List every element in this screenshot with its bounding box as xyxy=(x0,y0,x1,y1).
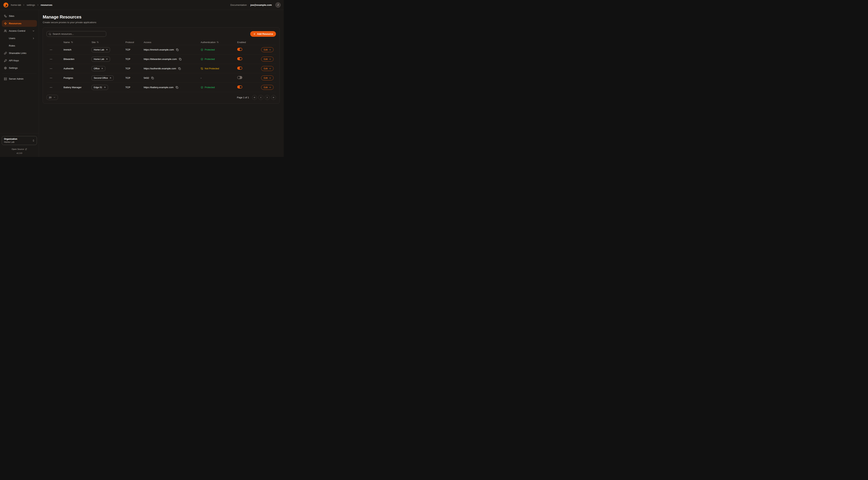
resources-card: Add Resource Name Site xyxy=(43,27,280,104)
column-authentication[interactable]: Authentication xyxy=(201,41,237,43)
row-menu-button[interactable] xyxy=(49,76,53,80)
sidebar-item-settings[interactable]: Settings xyxy=(2,65,37,71)
row-menu-button[interactable] xyxy=(49,57,53,61)
copy-button[interactable] xyxy=(178,67,181,70)
first-page-button[interactable] xyxy=(252,95,257,100)
version-label: v1.3.0 xyxy=(2,152,37,154)
copy-button[interactable] xyxy=(151,77,154,80)
users-icon xyxy=(4,30,7,32)
open-source-link[interactable]: Open Source xyxy=(2,148,37,150)
chevron-left-icon xyxy=(260,96,262,99)
sidebar-item-sites[interactable]: Sites xyxy=(2,13,37,19)
auth-status: - xyxy=(201,77,237,79)
resource-protocol: TCP xyxy=(125,48,144,51)
site-link[interactable]: Home Lab xyxy=(92,57,110,62)
shell: Sites Resources Access Control Users Rol… xyxy=(0,10,284,157)
shield-check-icon xyxy=(201,58,203,60)
enabled-toggle[interactable] xyxy=(237,57,242,60)
edit-button[interactable]: Edit xyxy=(261,47,274,52)
last-page-button[interactable] xyxy=(271,95,276,100)
org-picker-value: Home Lab xyxy=(4,141,17,143)
sort-icon xyxy=(71,41,73,43)
page-subtitle: Create secure proxies to your private ap… xyxy=(43,21,280,24)
documentation-link[interactable]: Documentation xyxy=(230,4,247,6)
site-link[interactable]: Edge 01 xyxy=(92,85,108,90)
add-resource-button[interactable]: Add Resource xyxy=(250,31,276,37)
sidebar-item-roles[interactable]: Roles xyxy=(2,42,37,49)
breadcrumb-org[interactable]: home-lab xyxy=(11,4,21,6)
breadcrumb: home-lab settings resources xyxy=(11,4,52,6)
enabled-toggle[interactable] xyxy=(237,85,242,89)
arrow-up-right-icon xyxy=(101,67,103,70)
table-footer: 20 Page 1 of 1 xyxy=(46,95,276,100)
table-row: Bitwarden Home Lab TCP https://bitwarden… xyxy=(46,55,276,64)
key-icon xyxy=(4,59,7,62)
resource-access: 5432 xyxy=(144,77,149,79)
chevrons-right-icon xyxy=(272,96,275,99)
sidebar-item-users[interactable]: Users xyxy=(2,35,37,41)
copy-button[interactable] xyxy=(176,48,179,51)
app-root: home-lab settings resources Documentatio… xyxy=(0,0,284,157)
open-source-label: Open Source xyxy=(12,148,24,150)
chevron-right-icon xyxy=(32,37,35,40)
copy-button[interactable] xyxy=(175,86,179,89)
sidebar-item-label: Settings xyxy=(9,67,18,69)
enabled-toggle[interactable] xyxy=(237,48,242,51)
edit-button[interactable]: Edit xyxy=(261,85,274,90)
pager: Page 1 of 1 xyxy=(237,95,276,100)
sidebar-item-label: Sites xyxy=(9,14,14,18)
auth-status: Not Protected xyxy=(201,67,237,70)
add-resource-label: Add Resource xyxy=(257,33,273,35)
next-page-button[interactable] xyxy=(265,95,270,100)
shield-check-icon xyxy=(201,86,203,89)
chevron-down-icon xyxy=(53,96,56,98)
edit-button[interactable]: Edit xyxy=(261,76,274,80)
search-input[interactable] xyxy=(53,33,104,35)
column-site[interactable]: Site xyxy=(92,41,125,43)
sidebar-item-label: Access Control xyxy=(9,30,25,32)
site-link[interactable]: Home Lab xyxy=(92,47,110,52)
resource-protocol: TCP xyxy=(125,86,144,89)
sidebar-item-api-keys[interactable]: API Keys xyxy=(2,57,37,64)
enabled-toggle[interactable] xyxy=(237,67,242,70)
auth-status: Protected xyxy=(201,48,237,51)
chevrons-up-down-icon xyxy=(32,139,35,142)
sidebar-item-access-control[interactable]: Access Control xyxy=(2,28,37,34)
resource-name: Bitwarden xyxy=(63,58,92,60)
sidebar-item-resources[interactable]: Resources xyxy=(2,20,37,27)
breadcrumb-settings[interactable]: settings xyxy=(27,4,35,6)
topbar-right: Documentation joe@example.com J xyxy=(230,2,281,8)
edit-button[interactable]: Edit xyxy=(261,66,274,71)
row-menu-button[interactable] xyxy=(49,85,53,90)
column-name[interactable]: Name xyxy=(63,41,92,43)
row-menu-button[interactable] xyxy=(49,66,53,71)
previous-page-button[interactable] xyxy=(258,95,263,100)
ellipsis-icon xyxy=(50,86,53,89)
edit-button[interactable]: Edit xyxy=(261,57,274,62)
search-box xyxy=(46,31,106,37)
user-email-menu[interactable]: joe@example.com xyxy=(250,4,272,6)
arrow-up-right-icon xyxy=(109,77,112,79)
waypoints-icon xyxy=(4,22,7,25)
page-size-select[interactable]: 20 xyxy=(46,95,58,100)
resource-access: https://immich.example.com xyxy=(144,48,174,51)
org-picker[interactable]: Organization Home Lab xyxy=(2,136,37,145)
pangolin-logo[interactable] xyxy=(3,2,9,8)
sidebar-item-server-admin[interactable]: Server Admin xyxy=(2,76,37,82)
row-menu-button[interactable] xyxy=(49,48,53,52)
ellipsis-icon xyxy=(50,67,53,70)
avatar[interactable]: J xyxy=(275,2,281,8)
table-row: Battery Manager Edge 01 TCP https://batt… xyxy=(46,83,276,92)
arrow-right-icon xyxy=(269,86,271,89)
copy-button[interactable] xyxy=(179,58,182,61)
sidebar-item-shareable-links[interactable]: Shareable Links xyxy=(2,50,37,57)
site-link[interactable]: Second Office xyxy=(92,76,114,81)
breadcrumb-resources[interactable]: resources xyxy=(41,4,53,6)
enabled-toggle[interactable] xyxy=(237,76,242,79)
sidebar-item-label: Users xyxy=(9,37,15,40)
site-link[interactable]: Office xyxy=(92,66,105,71)
org-picker-title: Organization xyxy=(4,138,17,140)
server-icon xyxy=(4,78,7,80)
column-protocol: Protocol xyxy=(125,41,144,43)
resource-protocol: TCP xyxy=(125,77,144,79)
